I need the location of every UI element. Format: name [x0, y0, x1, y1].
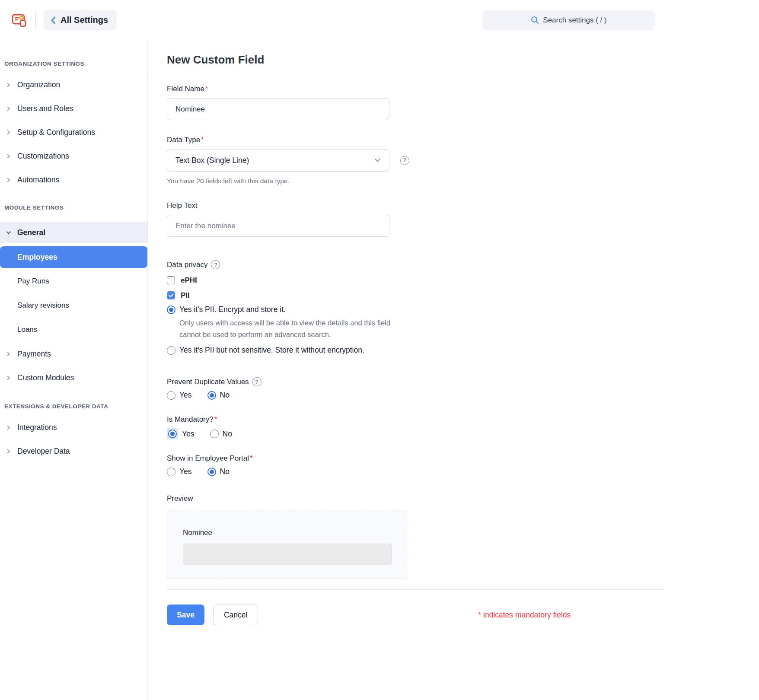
prevent-duplicate-help-icon[interactable]: ? [252, 377, 262, 386]
is-mandatory-no-radio[interactable] [210, 430, 219, 438]
sidebar-item-label: Integrations [17, 423, 57, 432]
is-mandatory-yes-radio[interactable] [168, 430, 177, 438]
all-settings-back-button[interactable]: All Settings [44, 10, 117, 30]
sidebar-item-label: Employees [17, 253, 57, 262]
sidebar-item-general[interactable]: General [0, 222, 147, 243]
sidebar-item-label: Customizations [17, 152, 69, 161]
sidebar-item-setup-configurations[interactable]: Setup & Configurations [0, 126, 147, 139]
sidebar-item-customizations[interactable]: Customizations [0, 150, 147, 162]
footer-divider [167, 589, 664, 590]
chevron-right-icon [6, 130, 11, 135]
show-in-portal-yes-label: Yes [179, 467, 192, 476]
chevron-down-icon [374, 158, 381, 162]
data-type-help-icon[interactable]: ? [400, 156, 409, 165]
field-name-input[interactable] [167, 98, 389, 120]
chevron-right-icon [6, 83, 11, 87]
pii-encrypt-description: Only users with access will be able to v… [179, 317, 413, 340]
sidebar-item-organization[interactable]: Organization [0, 78, 147, 91]
sidebar-item-payments[interactable]: Payments [0, 347, 147, 360]
pii-checkbox[interactable] [167, 291, 175, 299]
chevron-right-icon [6, 352, 11, 356]
help-text-input[interactable] [167, 215, 389, 237]
is-mandatory-yes-label: Yes [182, 430, 195, 439]
data-type-hint: You have 20 fields left with this data t… [167, 177, 759, 185]
sidebar-item-label: General [17, 228, 45, 237]
save-button[interactable]: Save [167, 605, 204, 625]
all-settings-label: All Settings [61, 15, 108, 25]
prevent-duplicate-no-label: No [220, 391, 230, 400]
main-panel: New Custom Field Field Name* Data Type* … [148, 40, 759, 700]
section-title-module-settings: MODULE SETTINGS [0, 204, 147, 211]
chevron-down-icon [6, 230, 11, 235]
prevent-duplicate-no-radio[interactable] [207, 391, 216, 400]
prevent-duplicate-yes-label: Yes [179, 391, 192, 400]
sidebar-item-employees[interactable]: Employees [0, 246, 147, 268]
pii-plain-label: Yes it's PII but not sensitive. Store it… [179, 346, 364, 355]
sidebar-item-salary-revisions[interactable]: Salary revisions [0, 299, 147, 312]
sidebar-item-loans[interactable]: Loans [0, 323, 147, 336]
required-asterisk: * [214, 415, 217, 424]
chevron-right-icon [6, 425, 11, 430]
sidebar-item-label: Pay Runs [17, 277, 49, 286]
data-type-selected-value: Text Box (Single Line) [175, 156, 249, 165]
show-in-portal-yes-radio[interactable] [167, 468, 175, 476]
section-title-organization-settings: ORGANIZATION SETTINGS [0, 60, 147, 67]
chevron-left-icon [51, 16, 56, 24]
sidebar-item-users-and-roles[interactable]: Users and Roles [0, 102, 147, 115]
sidebar-item-pay-runs[interactable]: Pay Runs [0, 275, 147, 288]
sidebar-item-developer-data[interactable]: Developer Data [0, 445, 147, 458]
settings-sidebar: ORGANIZATION SETTINGS Organization Users… [0, 40, 148, 700]
sidebar-item-label: Users and Roles [17, 104, 73, 113]
new-custom-field-form: Field Name* Data Type* Text Box (Single … [148, 74, 759, 625]
payroll-app-logo-icon[interactable] [11, 11, 29, 29]
search-settings-input[interactable]: Search settings ( / ) [482, 10, 655, 31]
sidebar-item-label: Payments [17, 350, 51, 359]
sidebar-item-label: Organization [17, 80, 60, 89]
chevron-right-icon [6, 178, 11, 182]
preview-panel: Nominee [167, 510, 407, 579]
show-in-portal-no-radio[interactable] [207, 468, 216, 476]
pii-label: PII [181, 291, 190, 300]
ephi-label: ePHI [181, 276, 197, 285]
pii-encrypt-label: Yes it's PII. Encrypt and store it. [179, 305, 286, 314]
ephi-checkbox[interactable] [167, 276, 175, 284]
preview-field-input [183, 544, 392, 565]
sidebar-item-label: Developer Data [17, 447, 70, 456]
required-asterisk: * [201, 136, 204, 144]
chevron-right-icon [6, 154, 11, 159]
preview-field-label: Nominee [183, 528, 407, 537]
sidebar-item-label: Automations [17, 175, 59, 185]
sidebar-item-label: Custom Modules [17, 373, 74, 382]
data-privacy-label: Data privacy ? [167, 260, 759, 269]
field-name-label: Field Name* [167, 85, 759, 93]
sidebar-item-custom-modules[interactable]: Custom Modules [0, 371, 147, 384]
data-type-label: Data Type* [167, 136, 759, 144]
header-divider [35, 12, 36, 29]
prevent-duplicate-yes-radio[interactable] [167, 391, 175, 400]
data-privacy-help-icon[interactable]: ? [211, 260, 220, 269]
is-mandatory-label: Is Mandatory?* [167, 415, 759, 424]
search-placeholder: Search settings ( / ) [543, 16, 606, 25]
page-title: New Custom Field [148, 53, 759, 67]
required-asterisk: * [205, 85, 208, 93]
pii-plain-radio[interactable] [167, 346, 175, 355]
search-icon [531, 16, 539, 24]
sidebar-item-automations[interactable]: Automations [0, 173, 147, 186]
required-asterisk: * [250, 454, 253, 463]
preview-label: Preview [167, 494, 759, 503]
sidebar-item-label: Salary revisions [17, 301, 69, 310]
pii-encrypt-radio[interactable] [167, 305, 175, 314]
show-in-portal-no-label: No [220, 467, 230, 476]
prevent-duplicate-label: Prevent Duplicate Values ? [167, 377, 759, 386]
chevron-right-icon [6, 375, 11, 380]
data-type-select[interactable]: Text Box (Single Line) [167, 149, 389, 172]
sidebar-item-integrations[interactable]: Integrations [0, 421, 147, 434]
chevron-right-icon [6, 106, 11, 111]
cancel-button[interactable]: Cancel [213, 605, 258, 625]
is-mandatory-no-label: No [223, 430, 232, 439]
is-mandatory-yes-focus-ring [167, 428, 178, 439]
chevron-right-icon [6, 449, 11, 454]
help-text-label: Help Text [167, 201, 759, 210]
form-actions: Save Cancel * indicates mandatory fields [167, 605, 759, 625]
show-in-portal-label: Show in Employee Portal* [167, 454, 759, 463]
